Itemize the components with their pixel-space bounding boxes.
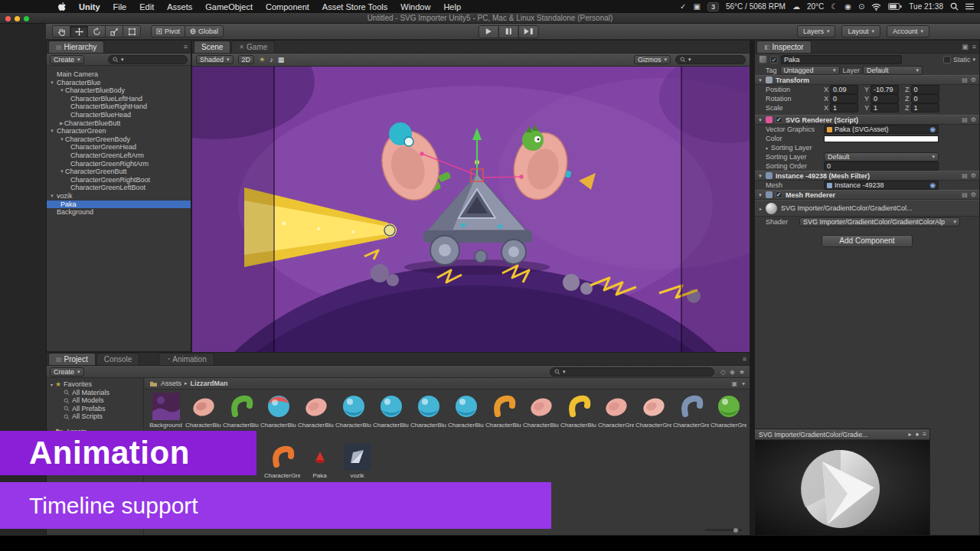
menu-gameobject[interactable]: GameObject bbox=[205, 2, 253, 11]
asset-characterblu-[interactable]: CharacterBlu... bbox=[485, 391, 521, 429]
sync-check-icon[interactable]: ✓ bbox=[680, 2, 686, 11]
pause-button[interactable] bbox=[498, 25, 519, 38]
asset-background[interactable]: Background bbox=[148, 391, 184, 429]
hierarchy-item-charactergreenleftarm[interactable]: CharacterGreenLeftArm bbox=[47, 152, 191, 160]
hierarchy-item-charactergreenbody[interactable]: ▼CharacterGreenBody bbox=[47, 135, 191, 144]
menu-window[interactable]: Window bbox=[400, 2, 430, 11]
tab-project[interactable]: ▤ Project bbox=[48, 353, 96, 365]
breadcrumb-root[interactable]: Assets bbox=[161, 380, 181, 387]
asset-characterblu-[interactable]: CharacterBlu... bbox=[260, 391, 296, 429]
asset-characterblu-[interactable]: CharacterBlu... bbox=[410, 391, 446, 429]
transform-scale-x-field[interactable]: 1 bbox=[830, 103, 858, 112]
notification-count-badge[interactable]: 3 bbox=[707, 2, 719, 11]
hierarchy-item-characterbluehead[interactable]: CharacterBlueHead bbox=[47, 111, 191, 119]
mesh-renderer-header[interactable]: ▼ ✓ Mesh Renderer ▤⚙ bbox=[755, 190, 979, 200]
hierarchy-item-characterbluebutt[interactable]: ▶CharacterBlueButt bbox=[47, 119, 191, 128]
active-checkbox[interactable]: ✓ bbox=[770, 56, 778, 64]
cpu-temp-readout[interactable]: 56°C / 5068 RPM bbox=[726, 2, 786, 11]
wifi-icon[interactable] bbox=[871, 3, 881, 11]
zoom-window-icon[interactable] bbox=[24, 16, 29, 21]
menu-help[interactable]: Help bbox=[443, 2, 461, 11]
help-icon[interactable]: ▤ bbox=[962, 116, 968, 123]
hierarchy-item-charactergreenleftboot[interactable]: CharacterGreenLeftBoot bbox=[47, 184, 191, 192]
hierarchy-item-characterblue[interactable]: ▼CharacterBlue bbox=[47, 79, 191, 87]
add-component-button[interactable]: Add Component bbox=[822, 235, 912, 247]
favorites-item-all-prefabs[interactable]: All Prefabs bbox=[47, 405, 143, 413]
scene-canvas[interactable] bbox=[192, 67, 750, 352]
static-dropdown-icon[interactable]: ▾ bbox=[972, 57, 975, 63]
foldout-icon[interactable]: ▼ bbox=[758, 78, 763, 83]
sorting-layer-dropdown[interactable]: Default▾ bbox=[824, 152, 939, 161]
asset-characterblu-[interactable]: CharacterBlu... bbox=[523, 391, 559, 429]
mesh-filter-header[interactable]: ▼ Instance -49238 (Mesh Filter) ▤⚙ bbox=[755, 171, 979, 181]
spotlight-icon[interactable] bbox=[950, 2, 959, 11]
project-panel-menu-icon[interactable]: ≡ bbox=[743, 355, 746, 363]
sorting-foldout-row[interactable]: ▾ Sorting Layer bbox=[755, 143, 979, 152]
transform-rotation-z-field[interactable]: 0 bbox=[911, 94, 939, 103]
menu-assets[interactable]: Assets bbox=[167, 2, 192, 11]
asset-characterblu-[interactable]: CharacterBlu... bbox=[560, 391, 596, 429]
hierarchy-search-input[interactable]: ▾ bbox=[108, 55, 188, 64]
material-header[interactable]: ▸ SVG Importer/GradientColor/GradientCol… bbox=[755, 200, 979, 217]
shader-dropdown[interactable]: SVG Importer/GradientColor/GradientColor… bbox=[799, 217, 960, 227]
gizmos-dropdown[interactable]: Gizmos▾ bbox=[634, 55, 671, 64]
svg-renderer-header[interactable]: ▼ ✓ SVG Renderer (Script) ▤⚙ bbox=[755, 115, 979, 125]
eye-icon[interactable]: ◉ bbox=[844, 2, 851, 11]
hierarchy-item-characterbluerighthand[interactable]: CharacterBlueRightHand bbox=[47, 103, 191, 111]
component-enabled-checkbox[interactable]: ✓ bbox=[776, 116, 782, 123]
object-name-field[interactable]: Paka bbox=[781, 55, 902, 64]
asset-charactergre-[interactable]: CharacterGre... bbox=[710, 391, 746, 429]
foldout-icon[interactable]: ▼ bbox=[47, 192, 56, 201]
asset-characterblu-[interactable]: CharacterBlu... bbox=[373, 391, 409, 429]
thumbnail-size-knob[interactable] bbox=[733, 527, 739, 533]
menubar-clock[interactable]: Tue 21:38 bbox=[909, 2, 943, 11]
asset-characterblu-[interactable]: CharacterBlu... bbox=[298, 391, 334, 429]
foldout-icon[interactable]: ▸ bbox=[760, 206, 762, 211]
tab-hierarchy[interactable]: ▤ Hierarchy bbox=[48, 41, 104, 53]
battery-icon[interactable] bbox=[888, 3, 902, 10]
asset-charactergre-[interactable]: CharacterGre... bbox=[673, 391, 709, 429]
close-window-icon[interactable] bbox=[5, 16, 11, 21]
asset-vozik[interactable]: vozik bbox=[339, 442, 375, 480]
component-enabled-checkbox[interactable]: ✓ bbox=[776, 191, 782, 198]
object-picker-icon[interactable]: ◉ bbox=[929, 126, 936, 134]
scale-tool-button[interactable] bbox=[105, 25, 123, 37]
favorites-star-icon[interactable]: ★ bbox=[739, 368, 745, 376]
layer-dropdown[interactable]: Default▾ bbox=[863, 66, 923, 75]
asset-charactergre-[interactable]: CharacterGre... bbox=[635, 391, 671, 429]
menu-edit[interactable]: Edit bbox=[139, 2, 154, 11]
foldout-icon[interactable]: ▾ bbox=[766, 145, 768, 151]
help-icon[interactable]: ▤ bbox=[962, 191, 968, 198]
hierarchy-item-characterbluelefthand[interactable]: CharacterBlueLeftHand bbox=[47, 95, 191, 103]
hierarchy-create-dropdown[interactable]: Create▾ bbox=[50, 55, 84, 64]
hierarchy-item-charactergreenbutt[interactable]: ▼CharacterGreenButt bbox=[47, 168, 191, 176]
transform-position-z-field[interactable]: 0 bbox=[911, 85, 939, 94]
effects-toggle-icon[interactable]: ▦ bbox=[278, 56, 285, 64]
foldout-icon[interactable]: ▼ bbox=[47, 86, 64, 95]
audio-toggle-icon[interactable]: ♪ bbox=[270, 56, 273, 64]
hand-tool-button[interactable] bbox=[52, 25, 70, 37]
sorting-order-field[interactable]: 0 bbox=[824, 161, 939, 171]
tag-dropdown[interactable]: Untagged▾ bbox=[780, 66, 840, 75]
unity-titlebar[interactable]: Untitled - SVG Importer Unity5 - PC, Mac… bbox=[0, 13, 980, 24]
preview-menu-icon[interactable]: ≡ bbox=[923, 431, 926, 438]
transform-scale-y-field[interactable]: 1 bbox=[871, 103, 899, 112]
preview-dot-icon[interactable]: ● bbox=[915, 431, 919, 438]
transform-scale-z-field[interactable]: 1 bbox=[911, 103, 939, 112]
hierarchy-item-paka[interactable]: Paka bbox=[47, 201, 191, 209]
hierarchy-item-charactergreenrightboot[interactable]: CharacterGreenRightBoot bbox=[47, 176, 191, 184]
object-picker-icon[interactable]: ◉ bbox=[929, 181, 936, 190]
breadcrumb-current[interactable]: LizzardMan bbox=[191, 380, 228, 387]
hierarchy-item-characterbluebody[interactable]: ▼CharacterBlueBody bbox=[47, 86, 191, 95]
account-dropdown[interactable]: Account▾ bbox=[887, 25, 929, 37]
tab-game[interactable]: ✕ Game bbox=[231, 41, 275, 53]
inspector-panel-menu-icon[interactable]: ≡ bbox=[972, 43, 976, 51]
grid-icon[interactable]: ▣ bbox=[693, 2, 700, 11]
rotate-tool-button[interactable] bbox=[87, 25, 106, 37]
asset-charactergre-[interactable]: CharacterGre... bbox=[598, 391, 634, 429]
hierarchy-panel-menu-icon[interactable]: ≡ bbox=[184, 43, 188, 51]
2d-toggle-button[interactable]: 2D bbox=[238, 55, 255, 64]
drop-icon[interactable]: ⊙ bbox=[858, 2, 864, 11]
layers-dropdown[interactable]: Layers▾ bbox=[797, 25, 836, 37]
asset-characterblu-[interactable]: CharacterBlu... bbox=[223, 391, 259, 429]
